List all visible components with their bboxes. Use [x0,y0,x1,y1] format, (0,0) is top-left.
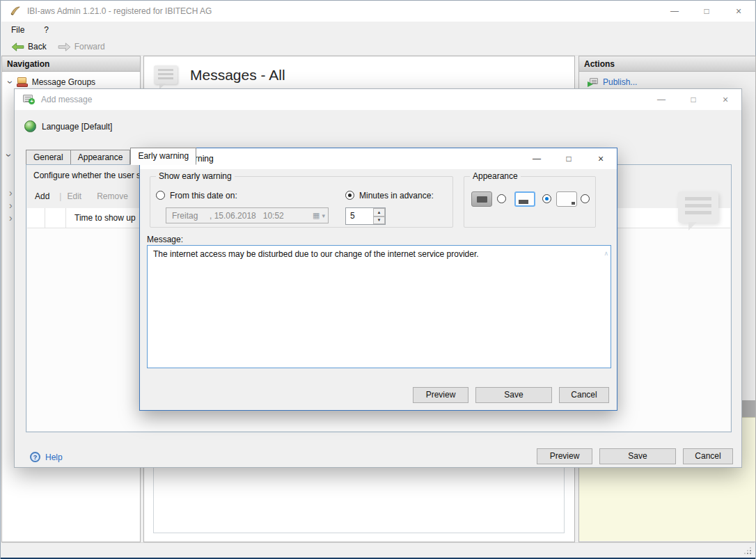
message-label: Message: [147,235,183,244]
from-date-radio[interactable] [156,191,165,200]
group-label: Appearance [470,171,521,181]
appearance-fullscreen-radio[interactable] [497,194,506,203]
watermark-bubble-icon [678,191,718,223]
actions-header: Actions [579,56,755,72]
forward-label: Forward [74,42,105,52]
preview-button[interactable]: Preview [413,387,468,403]
tab-strip: General Appearance Early warning [26,148,196,165]
tab-hint-text: Configure whether the user sho [33,171,150,180]
help-link[interactable]: ? Help [30,452,63,462]
minimize-button[interactable]: — [521,148,553,169]
appearance-banner-radio[interactable] [542,194,551,203]
close-button[interactable]: × [585,148,617,169]
tree-expander-icon[interactable]: › [9,200,13,210]
language-label: Language [Default] [42,122,112,132]
cancel-button[interactable]: Cancel [683,448,733,464]
maximize-button[interactable]: □ [553,148,585,169]
resize-grip[interactable] [744,547,751,554]
minimize-button[interactable]: — [659,1,691,22]
edit-button[interactable]: Edit [67,191,81,201]
group-label: Show early warning [156,171,235,181]
back-button[interactable]: Back [6,38,52,55]
back-label: Back [28,42,47,52]
appearance-banner-icon [514,191,535,207]
message-text: The internet access may be disturbed due… [153,249,479,259]
window-title: IBI-aws Admin 1.21.0 - registered for IB… [27,6,212,16]
tree-expander-icon[interactable]: › [9,188,13,198]
close-button[interactable]: × [723,1,755,22]
publish-action[interactable]: Publish... [588,77,637,87]
tab-general[interactable]: General [26,150,71,165]
column-header-time[interactable]: Time to show up [74,213,136,223]
chevron-down-icon[interactable]: › [6,81,15,84]
globe-icon [24,120,36,132]
app-icon [10,6,21,17]
page-title: Messages - All [190,67,285,84]
help-icon: ? [30,452,40,462]
menu-help[interactable]: ? [34,22,58,38]
from-date-label[interactable]: From this date on: [170,191,237,200]
forward-button[interactable]: Forward [52,38,111,55]
calendar-icon: ▦ [313,211,320,220]
spin-down-button[interactable]: ▼ [373,216,385,225]
message-groups-icon [17,77,28,87]
show-early-warning-group: Show early warning From this date on: Fr… [150,176,453,228]
column-divider [65,208,66,228]
minutes-stepper[interactable]: 5 ▲ ▼ [345,207,386,225]
publish-icon [588,78,598,87]
language-row: Language [Default] [24,120,112,132]
plus-badge-icon: + [29,98,35,104]
maximize-button[interactable]: □ [677,89,709,110]
forward-arrow-icon [58,42,71,52]
help-label: Help [45,452,63,462]
appearance-tray-icon [556,191,577,207]
main-window-controls: — □ × [659,1,755,22]
preview-button[interactable]: Preview [537,448,592,464]
minutes-label[interactable]: Minutes in advance: [359,191,434,200]
scrollbar-up-icon[interactable]: ∧ [604,249,608,259]
back-arrow-icon [11,42,24,52]
maximize-button[interactable]: □ [691,1,723,22]
appearance-tray-radio[interactable] [581,194,590,203]
publish-label: Publish... [603,77,637,87]
add-message-titlebar: + Add message — □ × [15,89,741,110]
tree-expander-down-icon[interactable]: › [4,154,14,157]
tab-appearance[interactable]: Appearance [71,150,131,165]
remove-button[interactable]: Remove [97,191,128,201]
appearance-group: Appearance [464,176,596,228]
minutes-value: 5 [346,208,373,224]
close-button[interactable]: × [709,89,741,110]
main-titlebar: IBI-aws Admin 1.21.0 - registered for IB… [1,1,755,22]
add-message-icon: + [23,95,35,104]
minutes-radio[interactable] [345,191,354,200]
add-message-window-controls: — □ × [645,89,741,110]
message-textarea[interactable]: The internet access may be disturbed due… [147,245,611,368]
nav-toolbar: Back Forward [1,38,755,56]
menu-bar: File ? [1,22,755,38]
add-warning-titlebar: Add warning — □ × [140,148,617,169]
menu-file[interactable]: File [1,22,34,38]
spin-up-button[interactable]: ▲ [373,208,385,216]
messages-bubble-icon [154,65,178,84]
column-divider [45,208,45,228]
toolbar-separator: | [59,191,61,201]
tree-expander-icon[interactable]: › [9,213,13,223]
sidebar-item-label: Message Groups [32,77,95,87]
add-warning-window-controls: — □ × [521,148,617,169]
save-button[interactable]: Save [475,387,552,403]
appearance-fullscreen-icon [471,191,492,207]
sidebar-item-message-groups[interactable]: › Message Groups [2,75,95,89]
status-bar [1,542,755,558]
date-picker[interactable]: Freitag , 15.06.2018 10:52 ▦ ▾ [166,207,329,223]
save-button[interactable]: Save [599,448,676,464]
dropdown-arrow-icon[interactable]: ▾ [322,212,325,219]
dialog-title: Add message [41,95,92,104]
tab-early-warning[interactable]: Early warning [130,148,196,165]
add-warning-dialog: Add warning — □ × Show early warning Fro… [139,148,617,411]
add-button[interactable]: Add [35,191,49,201]
navigation-header: Navigation [2,56,140,72]
minimize-button[interactable]: — [645,89,677,110]
cancel-button[interactable]: Cancel [559,387,609,403]
date-value: Freitag , 15.06.2018 10:52 [172,211,284,221]
